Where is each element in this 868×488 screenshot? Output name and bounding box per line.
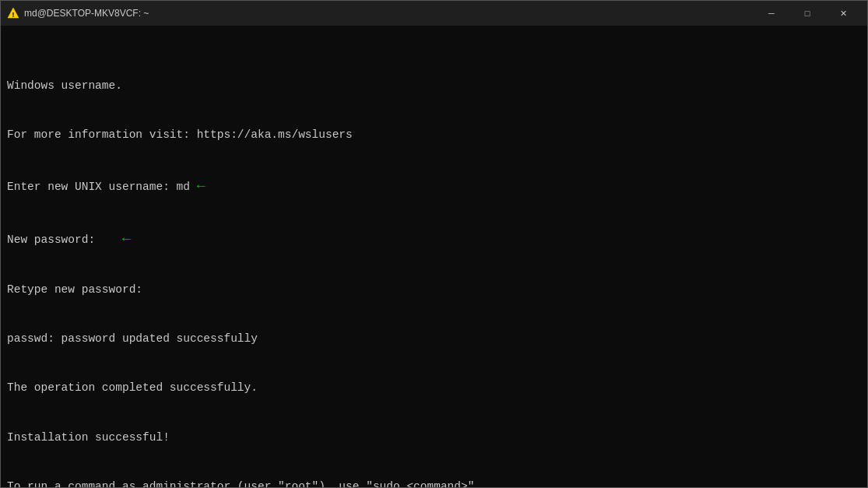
line-sudo-info: To run a command as administrator (user …	[7, 479, 861, 487]
arrow-username: ←	[197, 178, 206, 194]
titlebar-left: ! md@DESKTOP-MKV8VCF: ~	[7, 7, 149, 19]
titlebar-controls: ─ □ ✕	[754, 1, 861, 26]
line-passwd-updated: passwd: password updated successfully	[7, 331, 861, 347]
line-windows-username: Windows username.	[7, 78, 861, 94]
close-button[interactable]: ✕	[825, 1, 861, 26]
arrow-password: ←	[122, 231, 131, 247]
terminal-window: ! md@DESKTOP-MKV8VCF: ~ ─ □ ✕ Windows us…	[0, 0, 868, 488]
terminal-body[interactable]: Windows username. For more information v…	[1, 26, 867, 487]
line-install-success: Installation successful!	[7, 430, 861, 446]
maximize-button[interactable]: □	[789, 1, 825, 26]
terminal-icon: !	[7, 7, 19, 19]
line-new-password: New password: ←	[7, 229, 861, 249]
minimize-button[interactable]: ─	[754, 1, 789, 26]
line-enter-username: Enter new UNIX username: md ←	[7, 176, 861, 196]
svg-text:!: !	[11, 12, 15, 19]
line-more-info: For more information visit: https://aka.…	[7, 127, 861, 143]
terminal-output: Windows username. For more information v…	[7, 29, 861, 487]
line-retype-password: Retype new password:	[7, 282, 861, 298]
line-operation-completed: The operation completed successfully.	[7, 380, 861, 396]
titlebar-title: md@DESKTOP-MKV8VCF: ~	[24, 8, 149, 19]
titlebar: ! md@DESKTOP-MKV8VCF: ~ ─ □ ✕	[1, 1, 867, 26]
